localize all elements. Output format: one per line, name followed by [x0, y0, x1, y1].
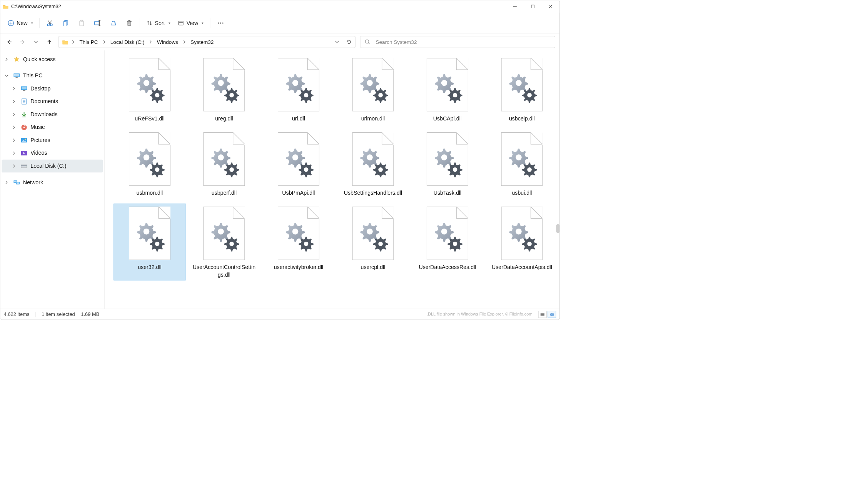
expand-chevron-icon[interactable]	[5, 57, 10, 61]
forward-button[interactable]	[18, 37, 27, 46]
file-item[interactable]: UserDataAccessRes.dll	[411, 204, 484, 281]
search-input[interactable]	[375, 39, 550, 45]
new-icon	[8, 20, 14, 26]
more-button[interactable]	[214, 16, 227, 30]
tree-item[interactable]: Local Disk (C:)	[2, 160, 103, 173]
file-item[interactable]: UsbPmApi.dll	[262, 129, 335, 199]
file-item[interactable]: usercpl.dll	[337, 204, 409, 281]
cut-button[interactable]	[43, 16, 57, 30]
expand-chevron-icon[interactable]	[5, 180, 10, 184]
file-item[interactable]: uReFSv1.dll	[114, 55, 186, 124]
dll-file-icon	[427, 132, 468, 186]
tree-item[interactable]: Documents	[2, 95, 103, 108]
chevron-right-icon[interactable]	[102, 40, 106, 44]
tree-item[interactable]: Network	[2, 176, 103, 189]
search-box[interactable]	[360, 36, 555, 48]
tree-item[interactable]: Pictures	[2, 134, 103, 147]
folder-icon	[62, 39, 68, 45]
tree-label: Desktop	[30, 85, 50, 92]
navigation-pane[interactable]: Quick accessThis PCDesktopDocumentsDownl…	[0, 50, 105, 309]
tree-item[interactable]: Desktop	[2, 82, 103, 95]
expand-chevron-icon[interactable]	[12, 164, 18, 168]
up-button[interactable]	[45, 37, 54, 46]
dll-file-icon	[501, 132, 542, 186]
file-item[interactable]: useractivitybroker.dll	[262, 204, 335, 281]
expand-chevron-icon[interactable]	[12, 151, 18, 155]
close-button[interactable]	[542, 0, 559, 13]
title-bar: C:\Windows\System32	[0, 0, 560, 13]
breadcrumb-segment[interactable]: Local Disk (C:)	[109, 38, 146, 46]
trash-icon	[126, 20, 132, 26]
file-item[interactable]: UserAccountControlSettings.dll	[188, 204, 260, 281]
expand-chevron-icon[interactable]	[12, 87, 18, 90]
refresh-button[interactable]	[344, 37, 353, 46]
dll-file-icon	[427, 207, 468, 260]
share-button[interactable]	[107, 16, 120, 30]
file-name: UserDataAccountApis.dll	[492, 264, 552, 271]
tree-label: Pictures	[30, 137, 50, 144]
breadcrumb-segment[interactable]: This PC	[78, 38, 100, 46]
file-item[interactable]: user32.dll	[114, 204, 186, 281]
icons-view-button[interactable]	[548, 311, 556, 318]
recent-locations-button[interactable]	[32, 37, 40, 46]
file-item[interactable]: usbmon.dll	[114, 129, 186, 199]
file-name: useractivitybroker.dll	[274, 264, 324, 271]
chevron-right-icon[interactable]	[149, 40, 152, 44]
file-item[interactable]: UsbTask.dll	[411, 129, 484, 199]
file-item[interactable]: urlmon.dll	[337, 55, 409, 124]
toolbar-separator	[210, 18, 210, 28]
tree-item[interactable]: Downloads	[2, 108, 103, 121]
expand-chevron-icon[interactable]	[5, 74, 10, 78]
file-item[interactable]: UserDataAccountApis.dll	[486, 204, 558, 281]
view-icon	[178, 20, 184, 26]
tree-item[interactable]: Videos	[2, 147, 103, 160]
delete-button[interactable]	[122, 16, 136, 30]
breadcrumb-segment[interactable]: System32	[189, 38, 215, 46]
file-item[interactable]: UsbSettingsHandlers.dll	[337, 129, 409, 199]
sort-label: Sort	[155, 20, 165, 26]
expand-chevron-icon[interactable]	[12, 100, 18, 104]
details-view-button[interactable]	[538, 311, 547, 318]
file-item[interactable]: usbperf.dll	[188, 129, 260, 199]
address-bar[interactable]: This PCLocal Disk (C:)WindowsSystem32	[58, 36, 356, 48]
minimize-button[interactable]	[506, 0, 524, 13]
selection-size: 1.69 MB	[81, 311, 99, 317]
tree-item[interactable]: This PC	[2, 69, 103, 82]
maximize-button[interactable]	[524, 0, 542, 13]
chevron-right-icon[interactable]	[182, 40, 186, 44]
view-button[interactable]: View ▾	[175, 16, 206, 30]
file-item[interactable]: url.dll	[262, 55, 335, 124]
rename-button[interactable]	[90, 16, 104, 30]
file-name: UsbCApi.dll	[433, 115, 462, 122]
tree-item[interactable]: Music	[2, 121, 103, 134]
file-name: UsbSettingsHandlers.dll	[344, 189, 402, 197]
back-button[interactable]	[5, 37, 13, 46]
expand-chevron-icon[interactable]	[12, 138, 18, 142]
rename-icon	[94, 20, 101, 26]
file-item[interactable]: ureg.dll	[188, 55, 260, 124]
dll-file-icon	[352, 207, 394, 260]
tree-item[interactable]: Quick access	[2, 53, 103, 66]
svg-rect-76	[553, 315, 554, 316]
tree-icon	[21, 85, 28, 92]
file-name: usercpl.dll	[361, 264, 385, 271]
content-pane[interactable]: uReFSv1.dllureg.dllurl.dllurlmon.dllUsbC…	[105, 50, 560, 309]
breadcrumb-segment[interactable]: Windows	[155, 38, 180, 46]
address-dropdown-button[interactable]	[332, 37, 341, 46]
scrollbar-thumb[interactable]	[556, 224, 559, 233]
search-icon	[365, 39, 370, 45]
expand-chevron-icon[interactable]	[12, 112, 18, 116]
file-item[interactable]: UsbCApi.dll	[411, 55, 484, 124]
sort-button[interactable]: Sort ▾	[144, 16, 173, 30]
expand-chevron-icon[interactable]	[12, 125, 18, 129]
tree-icon	[13, 72, 20, 79]
chevron-right-icon[interactable]	[72, 40, 75, 44]
chevron-down-icon: ▾	[202, 21, 204, 25]
svg-rect-64	[21, 165, 27, 166]
new-button[interactable]: New ▾	[5, 16, 36, 30]
file-item[interactable]: usbui.dll	[486, 129, 558, 199]
file-item[interactable]: usbceip.dll	[486, 55, 558, 124]
copy-button[interactable]	[59, 16, 73, 30]
paste-button[interactable]	[75, 16, 88, 30]
copy-icon	[63, 20, 69, 26]
